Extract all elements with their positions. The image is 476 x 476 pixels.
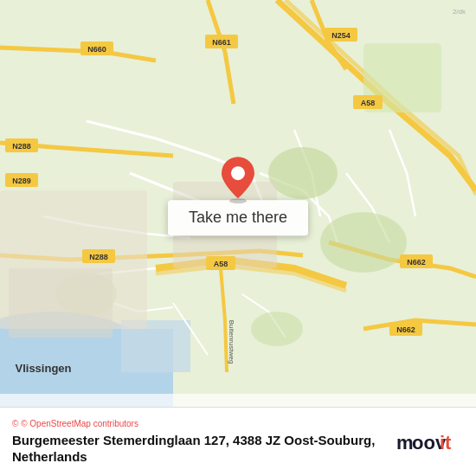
svg-text:N254: N254 [331, 31, 351, 40]
osm-attribution: © © OpenStreetMap contributors [12, 419, 386, 428]
take-me-there-button[interactable]: Take me there [168, 200, 308, 235]
bottom-info-bar: © © OpenStreetMap contributors Burgemees… [0, 407, 476, 476]
svg-rect-35 [0, 394, 476, 407]
location-pin-icon [217, 155, 259, 203]
svg-text:N662: N662 [396, 325, 415, 334]
svg-point-37 [231, 166, 245, 180]
address-section: © © OpenStreetMap contributors Burgemees… [12, 419, 386, 466]
svg-text:A58: A58 [214, 260, 228, 268]
map-view[interactable]: N660 N661 N254 A58 N288 N289 N288 A58 N6… [0, 0, 476, 407]
svg-text:N661: N661 [212, 38, 231, 47]
svg-text:2/dk: 2/dk [453, 8, 466, 16]
svg-text:Buitenrustweg: Buitenrustweg [228, 320, 235, 364]
svg-text:it: it [440, 432, 452, 453]
svg-text:N288: N288 [12, 142, 31, 151]
svg-point-5 [320, 212, 407, 273]
svg-text:N660: N660 [87, 45, 106, 54]
svg-text:N289: N289 [12, 177, 31, 185]
osm-icon: © [12, 419, 18, 428]
navigation-overlay: Take me there [168, 155, 308, 235]
address-text: Burgemeester Stemerdinglaan 127, 4388 JZ… [12, 432, 386, 466]
svg-text:Vlissingen: Vlissingen [15, 362, 71, 375]
svg-rect-10 [9, 268, 113, 338]
svg-text:A58: A58 [361, 99, 376, 107]
svg-point-36 [229, 198, 247, 203]
moovit-logo-svg: m oov it [395, 427, 464, 458]
osm-credit-text: © OpenStreetMap contributors [21, 419, 138, 428]
svg-text:N662: N662 [407, 258, 426, 267]
svg-text:m: m [396, 432, 414, 453]
svg-point-8 [251, 312, 303, 346]
moovit-logo: m oov it [395, 427, 464, 458]
svg-text:N288: N288 [89, 253, 108, 261]
